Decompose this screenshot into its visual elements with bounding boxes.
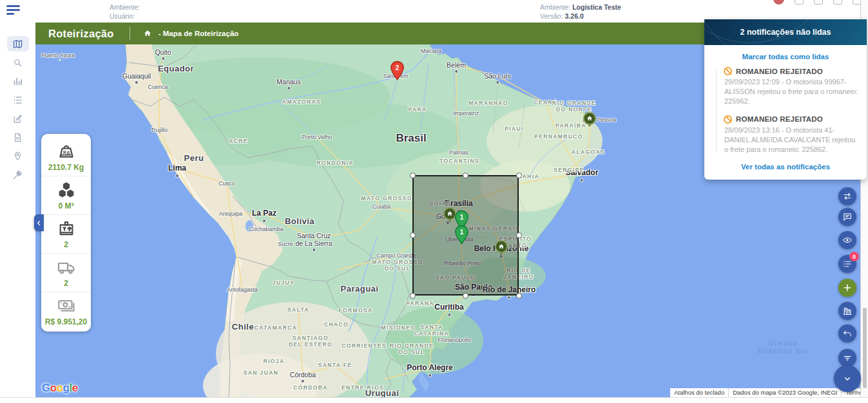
depot-home-marker[interactable] xyxy=(580,110,599,132)
notification-item[interactable]: ROMANEIO REJEITADO28/09/2023 13:16 - O m… xyxy=(719,115,859,155)
sidebar-item-chart[interactable] xyxy=(7,73,29,89)
environment-user-labels: Ambiente: Usuário: xyxy=(110,3,140,21)
app-root: Ambiente: Usuário: Ambiente: Logística T… xyxy=(0,0,868,403)
versao-label: Versão: xyxy=(540,12,565,20)
sidebar-item-edit[interactable] xyxy=(7,111,29,126)
sidebar xyxy=(0,23,35,403)
notifications-list: ROMANEIO REJEITADO29/09/2023 12:09 - O m… xyxy=(716,67,859,155)
route-stats-card: Kg2110.7 Kg0 M³22R$ 9.951,20 xyxy=(41,134,91,332)
undo-fab-button[interactable] xyxy=(838,324,856,342)
plus-fab-button[interactable] xyxy=(838,279,856,297)
fab-badge-count: 0 xyxy=(849,252,859,261)
filter-icon xyxy=(842,353,853,363)
pin-icon xyxy=(12,151,23,162)
stat-value: 0 M³ xyxy=(59,202,74,211)
stat-value: 2110.7 Kg xyxy=(48,163,84,172)
environment-version: Ambiente: Logística Teste Versão: 3.26.0 xyxy=(540,3,621,21)
swap-horizontal-fab-button[interactable] xyxy=(838,187,856,205)
notification-body: 29/09/2023 12:09 - O motorista 99967-ALI… xyxy=(724,77,859,107)
selection-handle[interactable] xyxy=(410,232,416,238)
usuario-label: Usuário: xyxy=(110,12,135,20)
mark-all-read-link[interactable]: Marcar todas como lidas xyxy=(712,53,859,61)
notification-body: 28/09/2023 13:16 - O motorista 41-DANIEL… xyxy=(724,126,859,155)
selection-handle[interactable] xyxy=(410,173,416,178)
chart-icon xyxy=(12,76,23,87)
building-icon xyxy=(842,306,853,316)
svg-text:1: 1 xyxy=(459,214,463,221)
sidebar-item-document[interactable] xyxy=(7,129,29,145)
google-logo-letter: G xyxy=(42,382,50,394)
notifications-header: 2 notificações não lidas xyxy=(704,19,867,45)
google-logo-letter: e xyxy=(72,382,78,394)
google-logo-letter: o xyxy=(50,382,57,394)
stat-value: 2 xyxy=(64,279,68,288)
gavel-icon xyxy=(12,169,23,180)
home-icon[interactable] xyxy=(143,29,152,38)
notification-title: ROMANEIO REJEITADO xyxy=(736,68,823,75)
cubes-icon xyxy=(55,180,78,200)
ambiente-env-value: Logística Teste xyxy=(572,3,621,11)
selection-handle[interactable] xyxy=(516,293,522,299)
stat-box: 2 xyxy=(41,215,91,254)
google-logo[interactable]: Google xyxy=(42,382,78,395)
sidebar-item-tasks[interactable] xyxy=(7,92,29,108)
search-icon xyxy=(12,57,23,68)
box-icon xyxy=(55,218,78,239)
weight-icon: Kg xyxy=(55,141,78,162)
ambiente-env-label: Ambiente: xyxy=(540,3,572,11)
sidebar-item-search[interactable] xyxy=(7,55,29,70)
stat-value: 2 xyxy=(64,240,68,249)
green-numbered-pin[interactable]: 1 xyxy=(454,225,470,247)
scrollbar-thumb[interactable] xyxy=(863,308,867,388)
stat-cubes: 0 M³ xyxy=(41,176,91,215)
sidebar-item-map[interactable] xyxy=(7,36,29,52)
selection-handle[interactable] xyxy=(516,173,522,178)
notifications-panel: 2 notificações não lidas Marcar todas co… xyxy=(704,19,867,180)
selection-handle[interactable] xyxy=(463,293,468,299)
breadcrumb: - Mapa de Roteirização xyxy=(159,30,239,37)
collapse-stats-button[interactable] xyxy=(34,214,44,231)
tray-icon[interactable] xyxy=(833,0,842,5)
header-divider xyxy=(130,27,130,40)
stat-weight: Kg2110.7 Kg xyxy=(41,138,91,176)
document-icon xyxy=(12,132,23,143)
building-fab-button[interactable] xyxy=(838,302,856,320)
map-icon xyxy=(12,39,23,50)
rejected-icon xyxy=(724,67,732,75)
chevron-down-fab-button[interactable] xyxy=(834,365,861,392)
stat-money: R$ 9.951,20 xyxy=(41,292,91,330)
tray-icon[interactable] xyxy=(814,0,823,5)
versao-value: 3.26.0 xyxy=(565,12,584,20)
selection-handle[interactable] xyxy=(516,232,522,238)
notification-item[interactable]: ROMANEIO REJEITADO29/09/2023 12:09 - O m… xyxy=(719,67,859,107)
money-icon xyxy=(55,295,78,316)
undo-icon xyxy=(842,328,853,339)
playlist-fab-button[interactable]: 0 xyxy=(838,255,856,273)
map-attribution: Atalhos do tecladoDados do mapa ©2023 Go… xyxy=(670,388,860,397)
chevron-down-icon xyxy=(842,373,853,384)
red-numbered-pin[interactable]: 2 xyxy=(389,61,405,83)
notifications-count-label: 2 notificações não lidas xyxy=(740,28,831,37)
home-icon-glyph xyxy=(143,29,152,38)
chat-icon xyxy=(842,212,853,222)
plus-icon xyxy=(842,283,853,293)
page-bottom-strip xyxy=(0,397,868,403)
selection-handle[interactable] xyxy=(463,173,468,178)
stat-value: R$ 9.951,20 xyxy=(45,317,87,326)
attribution-link[interactable]: Atalhos do teclado xyxy=(670,388,729,397)
view-all-notifications-link[interactable]: Ver todas as notificações xyxy=(712,163,859,171)
sidebar-item-pin[interactable] xyxy=(7,148,29,164)
menu-icon[interactable] xyxy=(6,5,21,15)
depot-home-marker[interactable] xyxy=(492,238,511,260)
tray-icon[interactable] xyxy=(773,0,784,5)
swap-horizontal-icon xyxy=(842,191,853,202)
selection-handle[interactable] xyxy=(410,293,416,299)
chat-fab-button[interactable] xyxy=(838,208,856,226)
svg-text:2: 2 xyxy=(395,64,399,71)
rejected-icon xyxy=(724,115,732,124)
eye-fab-button[interactable] xyxy=(838,231,856,249)
sidebar-item-gavel[interactable] xyxy=(7,167,29,182)
eye-icon xyxy=(842,235,853,245)
filter-fab-button[interactable] xyxy=(838,349,856,367)
tray-icon[interactable] xyxy=(795,0,804,5)
